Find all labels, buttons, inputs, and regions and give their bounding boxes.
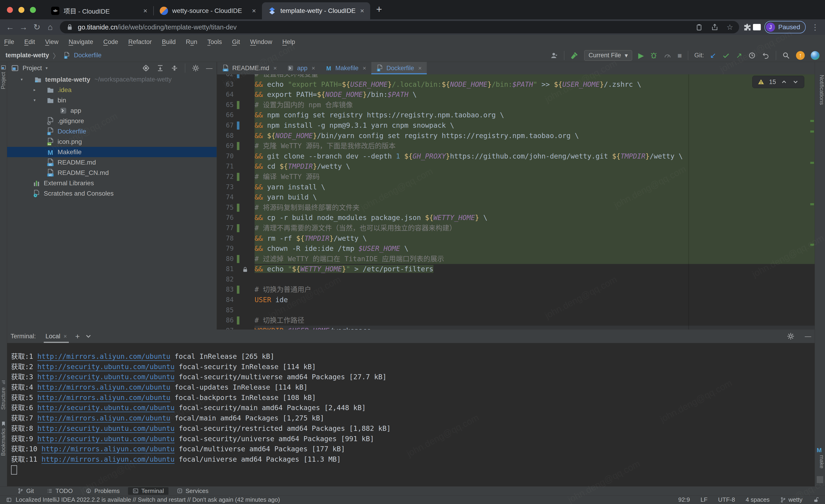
menu-tools[interactable]: Tools <box>207 38 222 46</box>
toolwindow-button-terminal[interactable]: Terminal <box>128 487 168 495</box>
menu-navigate[interactable]: Navigate <box>69 38 93 46</box>
tree-chevron-icon[interactable]: ▾ <box>33 98 36 103</box>
share-icon[interactable] <box>711 23 719 31</box>
tree-chevron-icon[interactable]: ▸ <box>33 87 36 92</box>
breadcrumb-file[interactable]: Dockerfile <box>74 52 101 59</box>
editor-tab-dockerfile[interactable]: DDockerfile× <box>371 62 427 74</box>
file-encoding[interactable]: UTF-8 <box>718 496 735 503</box>
prev-issue-chevron-icon[interactable] <box>780 78 788 85</box>
tab-close-icon[interactable]: × <box>252 7 256 15</box>
tab-close-icon[interactable]: × <box>360 7 364 15</box>
caret-position[interactable]: 92:9 <box>678 496 690 503</box>
profiler-icon[interactable] <box>664 52 671 59</box>
toolwindow-button[interactable] <box>817 476 823 483</box>
menu-build[interactable]: Build <box>162 38 176 46</box>
rollback-icon[interactable] <box>762 52 770 59</box>
back-icon[interactable]: ← <box>4 22 16 32</box>
terminal-link[interactable]: http://mirrors.aliyun.com/ubuntu <box>37 352 170 360</box>
bookmark-star-icon[interactable]: ☆ <box>727 23 733 31</box>
close-icon[interactable]: × <box>312 65 315 72</box>
expand-all-icon[interactable] <box>156 64 164 72</box>
unlocked-icon[interactable] <box>813 497 819 503</box>
minimize-window-button[interactable] <box>18 7 24 13</box>
new-tab-button[interactable]: + <box>376 4 382 14</box>
toolwindow-button-services[interactable]: Services <box>172 487 213 495</box>
editor-tab-app[interactable]: app× <box>282 62 320 74</box>
terminal-link[interactable]: http://security.ubuntu.com/ubuntu <box>37 435 174 443</box>
home-icon[interactable]: ⌂ <box>44 22 56 32</box>
tree-item-bin[interactable]: ▾bin <box>7 95 217 105</box>
settings-gear-icon[interactable] <box>192 64 200 72</box>
browser-menu-icon[interactable]: ⋮ <box>811 22 819 32</box>
reload-icon[interactable]: ↻ <box>31 22 43 32</box>
tab-close-icon[interactable]: × <box>143 7 147 15</box>
stripe-label-notifications[interactable]: Notifications <box>815 75 825 105</box>
forward-icon[interactable]: → <box>17 22 29 32</box>
address-bar[interactable]: go.titanide.cn/ide/web/coding/template-w… <box>60 21 739 33</box>
menu-edit[interactable]: Edit <box>24 38 35 46</box>
status-window-icon[interactable] <box>6 497 12 503</box>
terminal-dropdown-chevron-icon[interactable] <box>84 332 92 340</box>
tree-item--gitignore[interactable]: .gitignore <box>7 116 217 126</box>
structure-stripe-icon[interactable] <box>1 380 6 386</box>
tree-chevron-icon[interactable]: ▾ <box>21 77 23 82</box>
project-stripe-icon[interactable] <box>1 65 6 70</box>
tree-item-template-wetty[interactable]: ▾template-wetty~/workspace/template-wett… <box>7 74 217 85</box>
tree-item-readme-md[interactable]: MDREADME.md <box>7 157 217 168</box>
tree-item-makefile[interactable]: MMakefile <box>7 147 217 157</box>
stripe-label-project[interactable]: Project <box>0 72 7 89</box>
tree-item--idea[interactable]: ▸.idea <box>7 85 217 95</box>
tree-item-icon-png[interactable]: icon.png <box>7 137 217 147</box>
run-configuration-select[interactable]: Current File ▾ <box>584 50 632 61</box>
terminal-link[interactable]: http://security.ubuntu.com/ubuntu <box>37 404 174 412</box>
profile-settings-icon[interactable] <box>550 52 558 59</box>
make-stripe-icon[interactable]: M <box>817 447 822 454</box>
menu-help[interactable]: Help <box>282 38 295 46</box>
ide-update-icon[interactable]: ↑ <box>796 51 805 60</box>
toolwindow-button-todo[interactable]: TODO <box>42 487 77 495</box>
menu-git[interactable]: Git <box>232 38 240 46</box>
close-icon[interactable]: × <box>418 65 422 72</box>
terminal-link[interactable]: http://mirrors.aliyun.com/ubuntu <box>37 414 170 422</box>
close-window-button[interactable] <box>7 7 13 13</box>
debug-bug-icon[interactable] <box>650 52 658 59</box>
editor-body[interactable]: 62# 设置相关环境变量63&& echo "export PATH=${USE… <box>217 74 815 330</box>
side-panel-icon[interactable] <box>753 24 761 30</box>
hide-terminal-icon[interactable]: — <box>805 333 811 339</box>
bookmarks-stripe-icon[interactable] <box>1 421 6 426</box>
terminal-link[interactable]: http://security.ubuntu.com/ubuntu <box>37 373 174 381</box>
toolwindow-button-problems[interactable]: Problems <box>81 487 124 495</box>
menu-code[interactable]: Code <box>103 38 118 46</box>
browser-tab[interactable]: wetty-source - CloudIDE× <box>154 2 262 19</box>
collapse-all-icon[interactable] <box>170 64 178 72</box>
terminal-output[interactable]: 获取:1 http://mirrors.aliyun.com/ubuntu fo… <box>7 343 815 486</box>
tree-item-external-libraries[interactable]: External Libraries <box>7 178 217 188</box>
editor-tab-readme.md[interactable]: MDREADME.md× <box>217 62 282 74</box>
menu-run[interactable]: Run <box>186 38 197 46</box>
tree-item-scratches-and-consoles[interactable]: Scratches and Consoles <box>7 188 217 198</box>
tree-item-dockerfile[interactable]: DDockerfile <box>7 126 217 137</box>
terminal-settings-gear-icon[interactable] <box>787 332 795 340</box>
terminal-link[interactable]: http://mirrors.aliyun.com/ubuntu <box>37 383 170 391</box>
terminal-tab-local[interactable]: Local × <box>44 330 69 343</box>
project-view-title[interactable]: Project <box>22 65 42 72</box>
clipboard-icon[interactable] <box>695 23 703 31</box>
profile-chip[interactable]: J Paused <box>764 21 806 33</box>
close-icon[interactable]: × <box>363 65 366 72</box>
stripe-label-bookmarks[interactable]: Bookmarks <box>0 428 7 456</box>
git-push-icon[interactable]: ↗ <box>736 52 742 59</box>
tree-item-app[interactable]: app <box>7 105 217 116</box>
fullscreen-window-button[interactable] <box>30 7 36 13</box>
new-terminal-icon[interactable]: + <box>75 332 80 340</box>
terminal-link[interactable]: http://mirrors.aliyun.com/ubuntu <box>42 455 174 463</box>
git-commit-check-icon[interactable] <box>722 52 730 59</box>
close-icon[interactable]: × <box>64 333 67 340</box>
browser-tab[interactable]: template-wetty - CloudIDE× <box>262 2 370 19</box>
terminal-link[interactable]: http://security.ubuntu.com/ubuntu <box>37 363 174 371</box>
toolwindow-button-git[interactable]: Git <box>13 487 39 495</box>
terminal-link[interactable]: http://security.ubuntu.com/ubuntu <box>37 424 174 432</box>
tree-item-readme-cn-md[interactable]: MDREADME_CN.md <box>7 168 217 178</box>
terminal-link[interactable]: http://mirrors.aliyun.com/ubuntu <box>42 445 174 453</box>
menu-refactor[interactable]: Refactor <box>128 38 152 46</box>
run-icon[interactable]: ▶ <box>638 52 644 59</box>
